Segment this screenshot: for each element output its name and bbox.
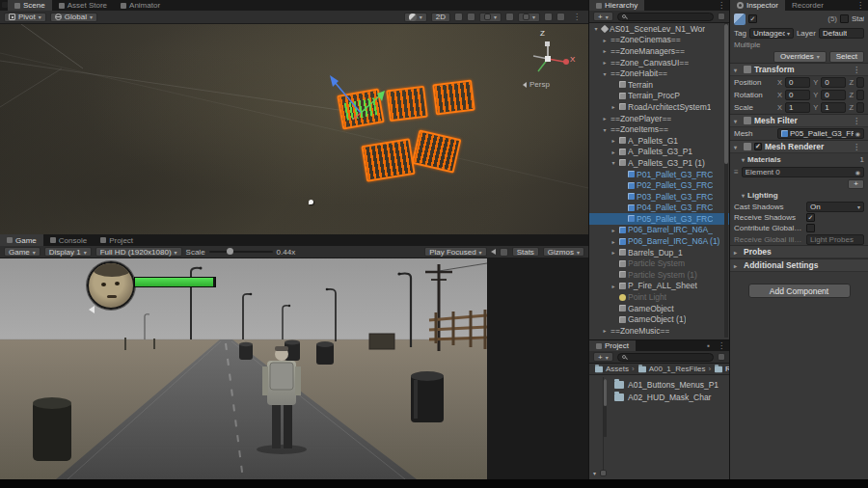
project-search-input[interactable] (617, 353, 714, 362)
materials-subheader[interactable]: ▾ Materials 1 (730, 153, 868, 166)
hierarchy-item[interactable]: ▾==ZoneItems== (589, 123, 729, 135)
tree-foldout-icon[interactable]: ▸ (610, 103, 617, 110)
pivot-button[interactable]: Pivot▾ (4, 13, 46, 22)
transform-gizmo[interactable] (0, 24, 588, 234)
2d-toggle-button[interactable]: 2D (431, 13, 450, 22)
rotation-y-field[interactable]: 0 (821, 90, 846, 100)
tab-asset-store[interactable]: Asset Store (52, 0, 114, 11)
drag-handle-icon[interactable]: ≡ (734, 168, 739, 176)
tree-foldout-icon[interactable]: ▸ (610, 249, 617, 256)
effects-button[interactable]: ▾ (479, 13, 502, 22)
static-checkbox[interactable] (840, 14, 849, 23)
hierarchy-item[interactable]: GameObject (589, 303, 729, 314)
hierarchy-scrollbar-thumb[interactable] (724, 24, 728, 164)
tree-foldout-icon[interactable]: ▸ (601, 37, 609, 43)
scale-slider[interactable] (209, 251, 273, 253)
transform-menu-icon[interactable]: ⋮ (849, 66, 864, 74)
scale-slider-knob[interactable] (227, 248, 233, 255)
scene-audio-toggle-icon[interactable] (467, 13, 475, 21)
project-scrollbar[interactable] (604, 379, 607, 437)
project-add-button[interactable]: +▾ (593, 352, 613, 362)
add-component-button[interactable]: Add Component (748, 284, 851, 298)
hierarchy-item[interactable]: GameObject (1) (589, 313, 729, 325)
hierarchy-item[interactable]: P03_Pallet_G3_FRC (589, 191, 729, 203)
play-focused-dropdown[interactable]: Play Focused▾ (424, 247, 486, 257)
project-folder-row[interactable]: A02_HUD_Mask_Char (614, 391, 729, 403)
game-viewport[interactable] (0, 258, 487, 479)
hierarchy-item[interactable]: Particle System (589, 258, 729, 269)
tree-foldout-icon[interactable]: ▸ (610, 149, 617, 155)
tree-foldout-icon[interactable]: ▸ (610, 137, 617, 144)
rotation-x-field[interactable]: 0 (785, 90, 810, 100)
tree-foldout-icon[interactable]: ▾ (610, 159, 617, 166)
object-picker-icon[interactable]: ◉ (855, 130, 860, 137)
hierarchy-item[interactable]: ▾AS01_SceneLev_N1_Wor (589, 23, 729, 35)
mesh-filter-menu-icon[interactable]: ⋮ (849, 117, 864, 125)
hierarchy-item[interactable]: ▸==ZoneCinemas== (589, 35, 729, 46)
tab-console[interactable]: Console (43, 234, 94, 246)
hierarchy-item[interactable]: ▸==ZoneManagers== (589, 45, 729, 57)
display-dropdown[interactable]: Display 1▾ (44, 247, 92, 257)
tag-dropdown[interactable]: Untagged▾ (749, 28, 794, 39)
tab-game[interactable]: Game (0, 234, 43, 246)
tree-foldout-icon[interactable]: ▾ (601, 126, 609, 133)
hierarchy-item[interactable]: P04_Pallet_G3_FRC (589, 203, 729, 214)
add-material-button[interactable]: + (848, 179, 864, 189)
project-folder-row[interactable]: A01_Buttons_Menus_P1 (614, 378, 729, 391)
resolution-dropdown[interactable]: Full HD (1920x1080)▾ (95, 247, 182, 257)
hierarchy-add-button[interactable]: +▾ (593, 12, 613, 21)
scale-z-field[interactable] (856, 102, 864, 113)
tree-foldout-icon[interactable]: ▸ (601, 59, 609, 66)
hierarchy-item[interactable]: ▸Barrels_Dup_1 (589, 247, 729, 258)
mesh-filter-section-header[interactable]: ▾ Mesh Filter ⋮ (730, 114, 868, 127)
hierarchy-item[interactable]: ▸==Zone_CanvasUI== (589, 57, 729, 68)
material-element-field[interactable]: Element 0 ◉ (742, 167, 864, 177)
cast-shadows-dropdown[interactable]: On▾ (806, 202, 864, 212)
hierarchy-item[interactable]: ▸P06_Barrel_IRC_N6A_ (589, 225, 729, 236)
tab-inspector[interactable]: Inspector (730, 0, 785, 11)
scene-camera-settings-icon[interactable] (544, 13, 553, 21)
select-button[interactable]: Select (829, 51, 864, 63)
hidden-objects-icon[interactable] (505, 13, 514, 21)
hierarchy-item[interactable]: ▸P_Fire_ALL_Sheet (589, 281, 729, 292)
active-checkbox[interactable]: ✓ (748, 14, 757, 23)
hierarchy-item[interactable]: Point Light (589, 291, 729, 303)
tab-project[interactable]: Project (94, 234, 140, 246)
hierarchy-item[interactable]: ▸A_Pallets_G3_P1 (589, 147, 729, 158)
transform-section-header[interactable]: ▾ Transform ⋮ (730, 63, 868, 76)
tab-recorder[interactable]: Recorder (785, 0, 830, 11)
game-gizmos-button[interactable]: Gizmos▾ (543, 247, 584, 257)
mute-audio-icon[interactable] (491, 249, 496, 255)
project-hidden-icon[interactable] (718, 353, 725, 361)
hierarchy-item[interactable]: ▸P06_Barrel_IRC_N6A (1) (589, 235, 729, 247)
hierarchy-panel-menu-icon[interactable]: ⋮ (714, 0, 729, 11)
hierarchy-item[interactable]: Terrain_ProcP (589, 91, 729, 102)
breadcrumb-item[interactable]: Assets (594, 365, 629, 373)
lighting-subheader[interactable]: ▾ Lighting (730, 189, 868, 202)
grid-visibility-button[interactable]: ▾ (518, 13, 540, 22)
global-button[interactable]: Global▾ (50, 13, 97, 22)
hierarchy-item[interactable]: ▾A_Pallets_G3_P1 (1) (589, 157, 729, 169)
overrides-button[interactable]: Overrides▾ (773, 51, 827, 63)
position-y-field[interactable]: 0 (821, 77, 846, 88)
hierarchy-item[interactable]: ▸==ZoneMusic== (589, 325, 729, 337)
mesh-renderer-section-header[interactable]: ▾ ✓ Mesh Renderer ⋮ (730, 140, 868, 153)
hierarchy-item[interactable]: ▸RoadArchitectSystem1 (589, 101, 729, 113)
hierarchy-item[interactable]: ▸A_Pallets_G1 (589, 135, 729, 147)
gizmos-toggle-icon[interactable] (556, 13, 565, 21)
position-z-field[interactable] (856, 77, 864, 88)
game-view-dropdown[interactable]: Game▾ (4, 247, 41, 257)
tree-foldout-icon[interactable]: ▸ (610, 238, 617, 245)
tree-foldout-icon[interactable]: ▸ (601, 47, 609, 54)
hierarchy-scrollbar[interactable] (724, 23, 728, 338)
tree-foldout-icon[interactable]: ▸ (610, 283, 617, 289)
position-x-field[interactable]: 0 (785, 77, 810, 88)
shading-mode-button[interactable]: ▾ (404, 13, 427, 22)
object-picker-icon[interactable]: ◉ (855, 169, 860, 176)
hierarchy-filter-icon[interactable] (718, 13, 725, 20)
breadcrumb-item[interactable]: R01 (714, 365, 729, 373)
tab-animator[interactable]: Animator (114, 0, 167, 11)
scale-y-field[interactable]: 1 (821, 102, 846, 113)
scene-viewport[interactable]: Z X Persp (0, 24, 588, 234)
rotation-z-field[interactable] (856, 90, 864, 100)
